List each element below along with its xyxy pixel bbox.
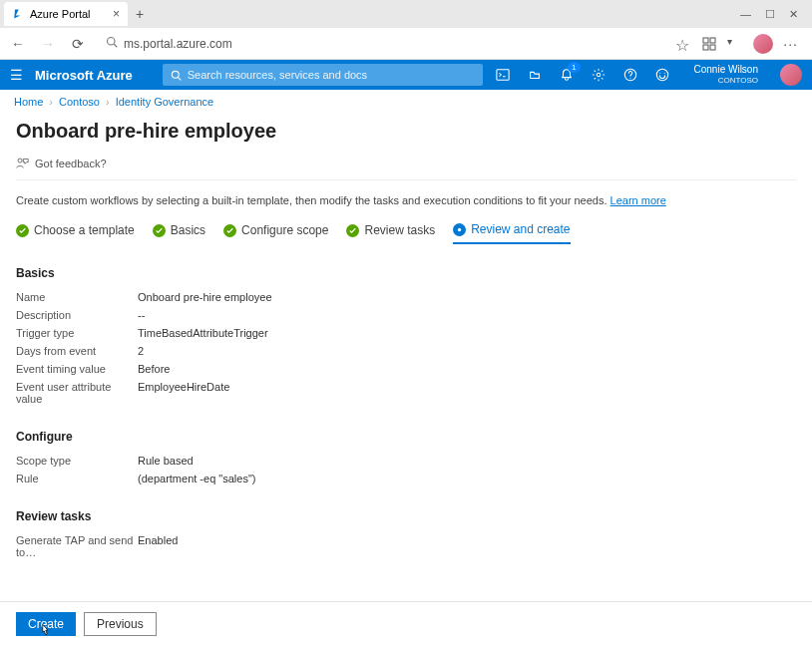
step-label: Choose a template bbox=[34, 223, 135, 237]
url-bar[interactable]: ms.portal.azure.com bbox=[98, 36, 665, 51]
basics-section: Basics NameOnboard pre-hire employee Des… bbox=[16, 266, 796, 408]
kv-value: 2 bbox=[138, 345, 144, 357]
active-step-icon bbox=[453, 223, 466, 236]
close-window-icon[interactable]: ✕ bbox=[789, 8, 798, 21]
kv-row: Description-- bbox=[16, 306, 796, 324]
kv-value: TimeBasedAttributeTrigger bbox=[138, 327, 268, 339]
breadcrumb-home[interactable]: Home bbox=[14, 96, 43, 108]
kv-value: Before bbox=[138, 363, 170, 375]
kv-value: Rule based bbox=[138, 455, 194, 467]
user-avatar[interactable] bbox=[780, 64, 802, 86]
window-controls: — ☐ ✕ bbox=[740, 8, 808, 21]
feedback-link[interactable]: Got feedback? bbox=[16, 153, 796, 180]
back-icon[interactable]: ← bbox=[8, 34, 28, 54]
browser-nav-bar: ← → ⟳ ms.portal.azure.com ☆ ▾ ··· bbox=[0, 28, 812, 60]
kv-row: Rule(department -eq "sales") bbox=[16, 470, 796, 487]
tab-close-icon[interactable]: × bbox=[113, 7, 120, 21]
kv-key: Trigger type bbox=[16, 327, 138, 339]
azure-favicon bbox=[12, 8, 24, 20]
favorite-icon[interactable]: ☆ bbox=[675, 36, 691, 52]
learn-more-link[interactable]: Learn more bbox=[610, 194, 666, 206]
check-icon bbox=[16, 224, 29, 237]
tab-title: Azure Portal bbox=[30, 8, 91, 20]
svg-point-9 bbox=[597, 73, 601, 77]
kv-row: Event user attribute valueEmployeeHireDa… bbox=[16, 378, 796, 408]
new-tab-button[interactable]: + bbox=[128, 6, 152, 22]
help-icon[interactable] bbox=[622, 67, 638, 83]
main-content: Onboard pre-hire employee Got feedback? … bbox=[0, 114, 812, 645]
user-name: Connie Wilson bbox=[694, 64, 758, 75]
kv-row: Days from event2 bbox=[16, 342, 796, 360]
notification-badge: 1 bbox=[568, 62, 580, 73]
check-icon bbox=[223, 224, 236, 237]
svg-rect-8 bbox=[496, 70, 508, 81]
kv-row: Trigger typeTimeBasedAttributeTrigger bbox=[16, 324, 796, 342]
breadcrumb-identity-governance[interactable]: Identity Governance bbox=[116, 96, 213, 108]
create-button[interactable]: Create bbox=[16, 612, 76, 636]
kv-row: Generate TAP and send to…Enabled bbox=[16, 531, 796, 561]
kv-key: Rule bbox=[16, 473, 138, 484]
description-text: Create custom workflows by selecting a b… bbox=[16, 194, 607, 206]
breadcrumb: Home › Contoso › Identity Governance bbox=[0, 90, 812, 114]
kv-value: EmployeeHireDate bbox=[138, 381, 229, 405]
chevron-right-icon: › bbox=[49, 96, 53, 108]
minimize-icon[interactable]: — bbox=[740, 8, 751, 21]
previous-button[interactable]: Previous bbox=[84, 612, 157, 636]
check-icon bbox=[153, 224, 166, 237]
step-review-tasks[interactable]: Review tasks bbox=[346, 223, 435, 237]
svg-rect-2 bbox=[703, 38, 708, 43]
hamburger-icon[interactable]: ☰ bbox=[10, 67, 23, 83]
forward-icon: → bbox=[38, 34, 58, 54]
svg-rect-4 bbox=[703, 45, 708, 50]
extensions-icon[interactable] bbox=[701, 36, 717, 52]
user-menu[interactable]: Connie Wilson CONTOSO bbox=[694, 64, 758, 86]
page-title: Onboard pre-hire employee bbox=[16, 120, 796, 143]
more-icon[interactable]: ··· bbox=[783, 36, 798, 52]
search-icon bbox=[106, 36, 118, 51]
kv-key: Description bbox=[16, 309, 138, 321]
chevron-right-icon: › bbox=[106, 96, 110, 108]
wizard-steps: Choose a template Basics Configure scope… bbox=[16, 222, 796, 244]
kv-key: Event timing value bbox=[16, 363, 138, 375]
breadcrumb-contoso[interactable]: Contoso bbox=[59, 96, 100, 108]
browser-tab[interactable]: Azure Portal × bbox=[4, 2, 128, 26]
svg-line-1 bbox=[114, 44, 117, 47]
cloud-shell-icon[interactable] bbox=[495, 67, 511, 83]
svg-point-13 bbox=[458, 227, 461, 230]
kv-key: Generate TAP and send to… bbox=[16, 534, 138, 558]
global-search-input[interactable] bbox=[188, 69, 475, 81]
notifications-icon[interactable]: 1 bbox=[559, 67, 575, 83]
svg-point-6 bbox=[172, 71, 179, 78]
kv-value: (department -eq "sales") bbox=[138, 473, 255, 484]
section-title: Review tasks bbox=[16, 509, 796, 523]
chevron-down-icon[interactable]: ▾ bbox=[727, 36, 743, 52]
global-search[interactable] bbox=[163, 64, 483, 86]
step-label: Basics bbox=[171, 223, 205, 237]
user-org: CONTOSO bbox=[718, 75, 758, 86]
description-line: Create custom workflows by selecting a b… bbox=[16, 180, 796, 222]
directories-icon[interactable] bbox=[527, 67, 543, 83]
maximize-icon[interactable]: ☐ bbox=[765, 8, 775, 21]
svg-rect-3 bbox=[710, 38, 715, 43]
browser-profile-avatar[interactable] bbox=[753, 34, 773, 54]
step-basics[interactable]: Basics bbox=[153, 223, 205, 237]
refresh-icon[interactable]: ⟳ bbox=[68, 34, 88, 54]
feedback-icon[interactable] bbox=[654, 67, 670, 83]
step-configure-scope[interactable]: Configure scope bbox=[223, 223, 328, 237]
settings-icon[interactable] bbox=[591, 67, 607, 83]
section-title: Basics bbox=[16, 266, 796, 280]
step-choose-template[interactable]: Choose a template bbox=[16, 223, 135, 237]
kv-key: Scope type bbox=[16, 455, 138, 467]
kv-row: Scope typeRule based bbox=[16, 452, 796, 470]
kv-key: Name bbox=[16, 291, 138, 303]
kv-key: Days from event bbox=[16, 345, 138, 357]
person-feedback-icon bbox=[16, 157, 29, 169]
kv-row: NameOnboard pre-hire employee bbox=[16, 288, 796, 306]
wizard-footer: Create Previous bbox=[0, 601, 812, 645]
review-tasks-section: Review tasks Generate TAP and send to…En… bbox=[16, 509, 796, 561]
brand-label[interactable]: Microsoft Azure bbox=[35, 68, 133, 83]
kv-row: Event timing valueBefore bbox=[16, 360, 796, 378]
step-review-create[interactable]: Review and create bbox=[453, 222, 570, 244]
step-label: Review and create bbox=[471, 222, 570, 236]
kv-value: Enabled bbox=[138, 534, 178, 558]
